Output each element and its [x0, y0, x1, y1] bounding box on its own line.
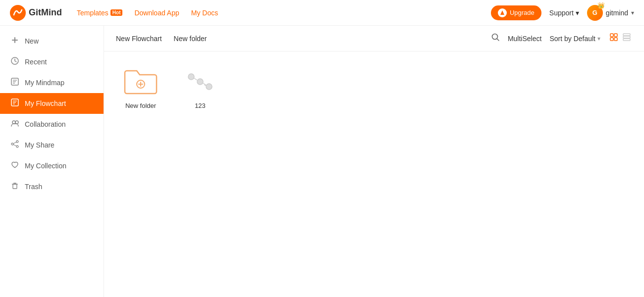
- main-nav: Templates Hot Download App My Docs: [77, 9, 218, 17]
- file-area: New folder: [104, 51, 644, 297]
- svg-point-12: [12, 121, 15, 124]
- multiselect-button[interactable]: MultiSelect: [508, 35, 541, 43]
- crown-icon: 👑: [597, 2, 605, 9]
- file-item-new-folder[interactable]: New folder: [116, 63, 165, 109]
- svg-line-22: [497, 39, 499, 41]
- sidebar-item-new[interactable]: New: [0, 31, 104, 51]
- svg-rect-19: [13, 184, 17, 189]
- logo-text: GitMind: [29, 7, 62, 18]
- flowchart-icon-wrap: [180, 63, 220, 98]
- svg-point-34: [197, 79, 203, 85]
- svg-point-15: [11, 143, 13, 145]
- main-content: New Flowchart New folder MultiSelect Sor…: [104, 26, 644, 297]
- sort-button[interactable]: Sort by Default ▾: [549, 35, 600, 43]
- hot-badge: Hot: [110, 9, 123, 16]
- heart-icon: [10, 160, 20, 171]
- svg-rect-24: [614, 34, 617, 37]
- collaboration-icon: [10, 119, 20, 130]
- view-toggle: [608, 32, 632, 45]
- file-name-new-folder: New folder: [125, 102, 156, 109]
- app-header: GitMind Templates Hot Download App My Do…: [0, 0, 644, 26]
- svg-point-14: [16, 141, 18, 143]
- sidebar-item-my-collection[interactable]: My Collection: [0, 155, 104, 176]
- new-folder-button[interactable]: New folder: [174, 33, 207, 45]
- share-icon: [10, 140, 20, 150]
- svg-rect-28: [623, 36, 630, 38]
- logo[interactable]: GitMind: [10, 5, 62, 21]
- trash-icon: [10, 181, 20, 192]
- user-menu[interactable]: G 👑 gitmind ▾: [587, 5, 634, 21]
- user-name: gitmind: [606, 9, 628, 17]
- svg-line-18: [13, 145, 16, 146]
- svg-point-13: [15, 121, 18, 124]
- user-chevron-icon: ▾: [631, 9, 634, 16]
- content-toolbar: New Flowchart New folder MultiSelect Sor…: [104, 26, 644, 51]
- toolbar-right: MultiSelect Sort by Default ▾: [491, 32, 632, 45]
- svg-rect-29: [623, 39, 630, 41]
- nav-download-app[interactable]: Download App: [134, 9, 179, 17]
- nav-templates[interactable]: Templates Hot: [77, 9, 122, 17]
- app-body: New Recent My Mindmap My Flowchart Colla…: [0, 0, 644, 297]
- upgrade-button[interactable]: Upgrade: [491, 5, 541, 20]
- support-button[interactable]: Support ▾: [549, 9, 579, 17]
- header-right: Upgrade Support ▾ G 👑 gitmind ▾: [491, 5, 634, 21]
- plus-icon: [10, 36, 20, 47]
- mindmap-icon: [10, 77, 20, 88]
- search-button[interactable]: [491, 33, 500, 44]
- sidebar: New Recent My Mindmap My Flowchart Colla…: [0, 26, 104, 297]
- file-name-123: 123: [195, 102, 206, 109]
- file-item-123[interactable]: 123: [175, 63, 225, 109]
- sort-chevron-icon: ▾: [597, 35, 600, 42]
- flowchart-icon: [10, 98, 20, 109]
- svg-rect-25: [610, 38, 613, 41]
- svg-point-16: [16, 146, 18, 148]
- folder-icon-wrap: [121, 63, 161, 98]
- sidebar-item-recent[interactable]: Recent: [0, 51, 104, 72]
- sidebar-item-my-flowchart[interactable]: My Flowchart: [0, 93, 104, 114]
- chevron-down-icon: ▾: [576, 9, 579, 17]
- svg-rect-2: [12, 40, 18, 41]
- avatar: G 👑: [587, 5, 603, 21]
- clock-icon: [10, 56, 20, 67]
- nav-my-docs[interactable]: My Docs: [191, 9, 218, 17]
- svg-point-33: [188, 74, 194, 80]
- svg-point-35: [206, 84, 212, 90]
- svg-line-17: [13, 142, 16, 144]
- svg-point-21: [492, 34, 497, 40]
- sidebar-item-trash[interactable]: Trash: [0, 176, 104, 197]
- svg-rect-23: [610, 34, 613, 37]
- upgrade-icon: [498, 8, 507, 17]
- grid-view-button[interactable]: [608, 32, 619, 45]
- new-flowchart-button[interactable]: New Flowchart: [116, 33, 162, 45]
- sidebar-item-collaboration[interactable]: Collaboration: [0, 114, 104, 135]
- sidebar-item-my-mindmap[interactable]: My Mindmap: [0, 72, 104, 93]
- list-view-button[interactable]: [621, 32, 632, 45]
- svg-rect-26: [614, 38, 617, 41]
- sidebar-item-my-share[interactable]: My Share: [0, 135, 104, 155]
- svg-line-36: [194, 78, 197, 80]
- svg-rect-27: [623, 34, 630, 36]
